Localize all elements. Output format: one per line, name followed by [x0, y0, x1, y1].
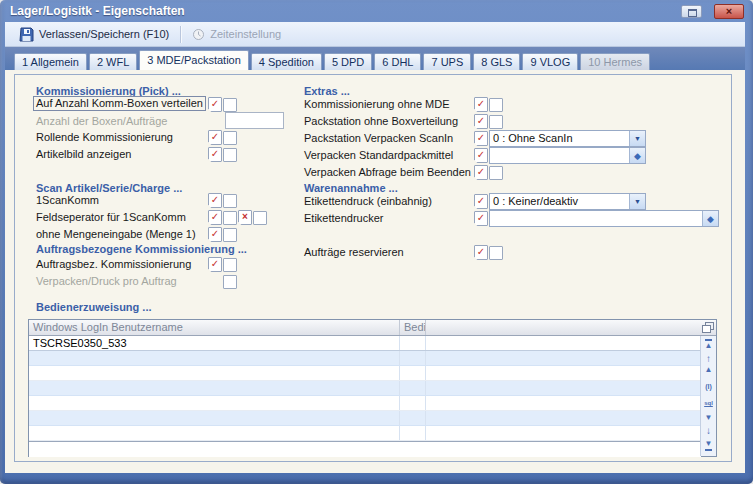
table-row[interactable]: [29, 411, 701, 426]
reservieren-label: Aufträge reservieren: [304, 246, 404, 258]
anzahl-boxen-label: Anzahl der Boxen/Aufträge: [36, 115, 167, 127]
bediener-grid: Windows LogIn Benutzername Bedi TSCRSE03…: [28, 319, 717, 457]
feldseperator-label: Feldseperator für 1ScanKomm: [36, 211, 186, 223]
section-extras: Extras ...: [304, 85, 350, 97]
ohne-box-label: Packstation ohne Boxverteilung: [304, 115, 458, 127]
title-bar[interactable]: Lager/Logisitk - Eigenschaften ×: [0, 0, 753, 22]
dialog-content: Verlassen/Speichern (F10) Zeiteinstellun…: [5, 22, 745, 473]
nav-sql-button[interactable]: sql: [701, 399, 716, 407]
table-row[interactable]: [29, 366, 701, 381]
save-exit-label: Verlassen/Speichern (F10): [39, 28, 169, 40]
auf-anzahl-label: Auf Anzahl Komm-Boxen verteilen: [33, 96, 206, 111]
nav-page-up-button[interactable]: ↑: [701, 354, 716, 364]
default-check-icon[interactable]: ✓: [208, 147, 222, 162]
default-check-icon[interactable]: ✓: [208, 193, 222, 208]
column-chooser-icon[interactable]: [702, 322, 713, 332]
abfrage-label: Verpacken Abfrage beim Beenden: [304, 166, 471, 178]
abfrage-checkbox[interactable]: [489, 166, 503, 180]
ohne-mde-label: Kommissionierung ohne MDE: [304, 98, 450, 110]
restore-icon: [688, 9, 697, 17]
save-exit-button[interactable]: Verlassen/Speichern (F10): [13, 25, 175, 44]
packmittel-combo[interactable]: ◆: [489, 147, 646, 164]
window-title: Lager/Logisitk - Eigenschaften: [10, 4, 185, 18]
default-check-icon[interactable]: ✓: [208, 210, 222, 225]
tab-gls[interactable]: 8 GLS: [473, 53, 520, 70]
tab-spedition[interactable]: 4 Spedition: [251, 53, 322, 70]
save-icon: [19, 27, 34, 42]
scanin-value: 0 : Ohne ScanIn: [490, 131, 629, 146]
tab-vlog[interactable]: 9 VLOG: [522, 53, 578, 70]
scanin-dropdown[interactable]: 0 : Ohne ScanIn ▼: [489, 130, 646, 147]
lookup-icon[interactable]: ◆: [629, 148, 645, 163]
column-header-windows-login[interactable]: Windows LogIn Benutzername: [29, 320, 400, 335]
auftragsbez-checkbox[interactable]: [223, 258, 237, 272]
nav-page-down-button[interactable]: ↓: [701, 426, 716, 436]
auftragsbez-label: Auftragsbez. Kommissionierung: [36, 258, 191, 270]
toolbar: Verlassen/Speichern (F10) Zeiteinstellun…: [5, 22, 745, 47]
feldseperator-checkbox[interactable]: [223, 211, 237, 225]
auf-anzahl-checkbox[interactable]: [223, 98, 237, 112]
table-row[interactable]: [29, 396, 701, 411]
feldseperator-char-box[interactable]: [253, 211, 267, 225]
etikettendrucker-label: Etikettendrucker: [304, 212, 383, 224]
nav-first-icon: ▲: [701, 342, 716, 350]
restore-button[interactable]: [681, 5, 702, 18]
grid-header: Windows LogIn Benutzername Bedi: [29, 320, 716, 336]
table-row[interactable]: [29, 426, 701, 441]
form-panel: Kommissionierung (Pick) ... Auf Anzahl K…: [14, 74, 732, 462]
time-settings-label: Zeiteinstellung: [210, 28, 281, 40]
artikelbild-label: Artikelbild anzeigen: [36, 148, 131, 160]
artikelbild-checkbox[interactable]: [223, 148, 237, 162]
clear-icon[interactable]: ×: [238, 210, 252, 225]
table-row[interactable]: TSCRSE0350_533: [29, 336, 701, 351]
scankomm-checkbox[interactable]: [223, 194, 237, 208]
default-check-icon[interactable]: ✓: [474, 211, 488, 226]
tab-ups[interactable]: 7 UPS: [423, 53, 471, 70]
section-auftrag: Auftragsbezogene Kommissionierung ...: [36, 243, 247, 255]
default-check-icon[interactable]: ✓: [474, 148, 488, 163]
chevron-down-icon[interactable]: ▼: [629, 194, 645, 209]
tab-allgemein[interactable]: 1 Allgemein: [14, 53, 87, 70]
nav-first-row-button[interactable]: ▲: [701, 339, 716, 350]
ohne-box-checkbox[interactable]: [489, 115, 503, 129]
etikettendrucker-combo[interactable]: ◆: [489, 210, 719, 227]
default-check-icon[interactable]: ✓: [474, 245, 488, 260]
default-check-icon[interactable]: ✓: [474, 131, 488, 146]
tab-dhl[interactable]: 6 DHL: [374, 53, 421, 70]
table-row[interactable]: [29, 351, 701, 366]
column-header-empty[interactable]: [426, 320, 716, 335]
table-row[interactable]: [29, 381, 701, 396]
grid-navigator[interactable]: ▲ ↑ ▲ (I) sql ▼ ↓ ▼: [700, 336, 716, 456]
lookup-icon[interactable]: ◆: [702, 211, 718, 226]
default-check-icon[interactable]: ✓: [474, 194, 488, 209]
ohne-menge-checkbox[interactable]: [223, 228, 237, 242]
default-check-icon[interactable]: ✓: [208, 130, 222, 145]
nav-last-row-button[interactable]: ▼: [701, 440, 716, 451]
default-check-icon[interactable]: ✓: [208, 257, 222, 272]
tab-dpd[interactable]: 5 DPD: [324, 53, 372, 70]
anzahl-boxen-input[interactable]: [225, 112, 284, 129]
default-check-icon[interactable]: ✓: [474, 114, 488, 129]
tab-band: 1 Allgemein 2 WFL 3 MDE/Packstation 4 Sp…: [5, 47, 745, 70]
nav-next-row-button[interactable]: ▼: [701, 414, 716, 422]
time-settings-button: Zeiteinstellung: [186, 26, 287, 43]
tab-wfl[interactable]: 2 WFL: [89, 53, 137, 70]
close-button[interactable]: ×: [714, 4, 744, 19]
rollende-checkbox[interactable]: [223, 131, 237, 145]
nav-row-indicator-button[interactable]: (I): [701, 383, 716, 391]
clock-icon: [192, 28, 205, 41]
ohne-mde-checkbox[interactable]: [489, 98, 503, 112]
nav-prev-row-button[interactable]: ▲: [701, 366, 716, 374]
tab-mde-packstation[interactable]: 3 MDE/Packstation: [139, 50, 249, 70]
scankomm-label: 1ScanKomm: [36, 194, 99, 206]
default-check-icon[interactable]: ✓: [208, 97, 222, 112]
column-header-bediener[interactable]: Bedi: [400, 320, 426, 335]
default-check-icon[interactable]: ✓: [474, 97, 488, 112]
default-check-icon[interactable]: ✓: [208, 227, 222, 242]
etikettendruck-value: 0 : Keiner/deaktiv: [490, 194, 629, 209]
etikettendruck-dropdown[interactable]: 0 : Keiner/deaktiv ▼: [489, 193, 646, 210]
chevron-down-icon[interactable]: ▼: [629, 131, 645, 146]
default-check-icon[interactable]: ✓: [474, 165, 488, 180]
etikettendrucker-value: [490, 211, 702, 226]
reservieren-checkbox[interactable]: [489, 246, 503, 260]
